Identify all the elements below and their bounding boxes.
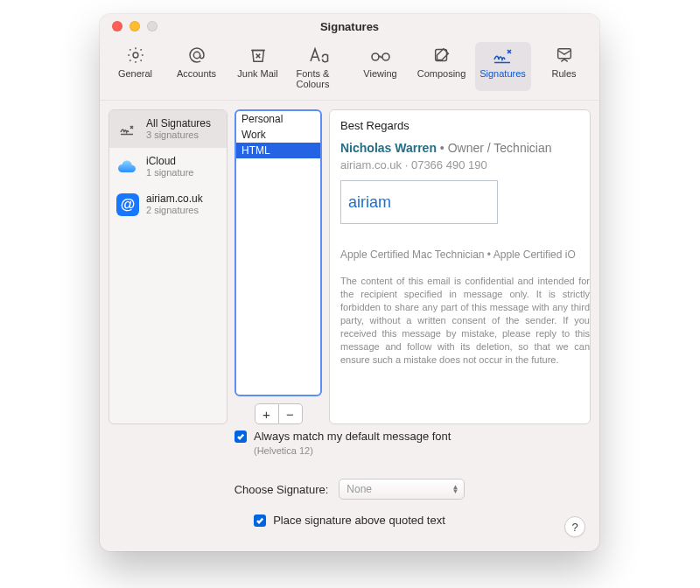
signature-row[interactable]: Work [236,127,320,143]
choose-signature-popup[interactable]: None ▲▼ [339,479,465,500]
toolbar-junk-mail[interactable]: Junk Mail [230,42,286,91]
toolbar-label: Composing [417,68,466,79]
toolbar-label: Viewing [363,68,396,79]
svg-rect-5 [557,49,570,59]
at-icon [187,46,206,65]
preferences-window: Signatures General Accounts Junk Mail [100,14,599,551]
fonts-icon [307,46,332,65]
svg-point-0 [133,52,138,58]
account-subtitle: 2 signatures [146,205,203,216]
signature-list[interactable]: Personal Work HTML [234,109,322,396]
signature-row[interactable]: HTML [236,143,320,158]
toolbar-general[interactable]: General [108,42,164,91]
svg-point-2 [372,53,379,60]
account-subtitle: 3 signatures [146,130,211,141]
signature-logo-text: airiam [348,193,391,212]
signature-disclaimer: The content of this email is confidentia… [340,275,590,367]
remove-signature-button[interactable]: − [279,403,303,424]
choose-signature-label: Choose Signature: [234,483,329,496]
help-button[interactable]: ? [564,516,585,537]
account-name: airiam.co.uk [146,192,203,205]
place-above-checkbox[interactable] [254,514,266,527]
toolbar-label: Accounts [177,68,216,79]
signature-phone: 07366 490 190 [411,158,487,172]
signature-person: Nicholas Warren [340,141,437,155]
minimize-window-button[interactable] [130,21,140,32]
add-signature-button[interactable]: + [255,403,279,424]
account-row-icloud[interactable]: iCloud 1 signature [109,148,227,186]
signature-from-line: Nicholas Warren • Owner / Technician [340,141,590,155]
place-above-row: Place signature above quoted text [112,514,587,527]
compose-icon [432,46,452,65]
toolbar-signatures[interactable]: Signatures [475,42,531,91]
icloud-icon [116,156,139,178]
signature-icon [116,122,139,137]
titlebar: Signatures [100,14,599,38]
svg-point-3 [382,53,389,60]
toolbar-rules[interactable]: Rules [536,42,592,91]
match-font-note: (Helvetica 12) [254,445,589,456]
toolbar-label: Junk Mail [237,68,277,79]
preferences-toolbar: General Accounts Junk Mail Fonts & Colou… [100,38,599,101]
toolbar-composing[interactable]: Composing [414,42,470,91]
account-subtitle: 1 signature [146,167,193,178]
signature-icon [492,46,514,65]
toolbar-label: Fonts & Colours [297,68,342,89]
glasses-icon [369,46,392,65]
rules-icon [555,46,574,65]
signature-logo-placeholder: airiam [340,180,498,224]
signature-row[interactable]: Personal [236,111,320,127]
signature-contact: airiam.co.uk · 07366 490 190 [340,158,590,172]
at-app-icon: @ [116,193,139,216]
signature-certifications: Apple Certified Mac Technician • Apple C… [340,248,590,261]
toolbar-label: General [118,68,152,79]
toolbar-fonts-colours[interactable]: Fonts & Colours [291,42,347,91]
toolbar-label: Rules [551,68,576,79]
toolbar-accounts[interactable]: Accounts [169,42,225,91]
signature-role: Owner / Technician [448,141,552,155]
accounts-list[interactable]: All Signatures 3 signatures iCloud 1 sig… [108,109,228,424]
account-name: iCloud [146,155,193,167]
close-window-button[interactable] [112,21,122,32]
signature-separator: • [437,141,448,155]
signature-domain: airiam.co.uk [340,158,402,172]
chevron-updown-icon: ▲▼ [452,485,458,494]
svg-point-1 [193,52,200,58]
account-row-airiam[interactable]: @ airiam.co.uk 2 signatures [109,186,227,223]
signature-preview[interactable]: Best Regards Nicholas Warren • Owner / T… [329,109,591,424]
place-above-label: Place signature above quoted text [273,514,445,527]
signature-name: Best Regards [340,119,590,132]
toolbar-label: Signatures [480,68,526,79]
match-font-checkbox[interactable] [234,430,247,443]
toolbar-viewing[interactable]: Viewing [353,42,409,91]
choose-signature-value: None [346,483,372,495]
account-name: All Signatures [146,117,211,130]
zoom-window-button[interactable] [147,21,158,32]
match-font-row: Always match my default message font [234,430,589,443]
window-title: Signatures [100,20,599,33]
trash-x-icon [248,46,268,65]
match-font-label: Always match my default message font [254,430,451,443]
gear-icon [126,46,145,65]
account-row-all-signatures[interactable]: All Signatures 3 signatures [109,110,227,148]
